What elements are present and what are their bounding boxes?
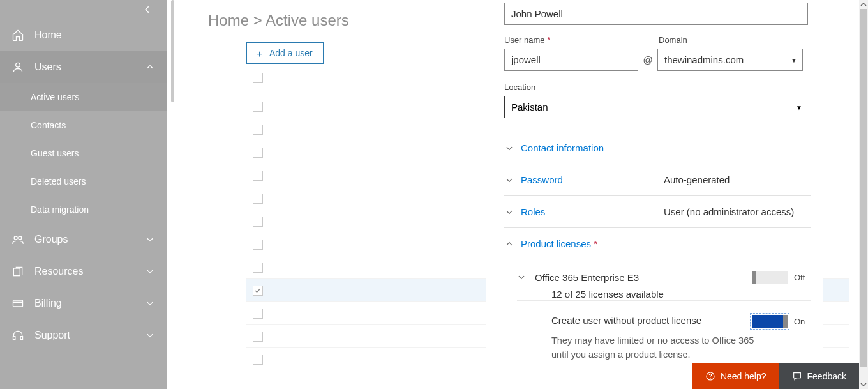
row-checkbox[interactable] xyxy=(253,148,263,158)
sidebar-collapse-button[interactable] xyxy=(0,0,167,19)
caret-down-icon: ▼ xyxy=(791,56,797,63)
section-product-licenses[interactable]: Product licenses * xyxy=(504,228,811,259)
domain-value: thewinadmins.com xyxy=(664,54,744,65)
row-checkbox[interactable] xyxy=(253,194,263,204)
nav-guest-users-label: Guest users xyxy=(31,148,79,158)
license-item[interactable]: Office 365 Enterprise E3 12 of 25 licens… xyxy=(517,271,811,301)
svg-rect-6 xyxy=(20,337,22,340)
scroll-down-arrow[interactable] xyxy=(859,380,868,389)
roles-link[interactable]: Roles xyxy=(521,206,545,217)
plus-icon: ＋ xyxy=(255,49,264,58)
app-root: Home Users Active users Contacts Guest u… xyxy=(0,0,868,389)
license-availability: 12 of 25 licenses available xyxy=(551,289,664,300)
license-toggle[interactable] xyxy=(752,271,788,284)
roles-value: User (no administrator access) xyxy=(664,206,811,217)
home-icon xyxy=(11,29,24,42)
main-scrollbar-thumb[interactable] xyxy=(171,0,174,102)
chevron-down-icon xyxy=(146,299,154,308)
svg-point-1 xyxy=(14,236,17,240)
nav-deleted-users-label: Deleted users xyxy=(31,176,86,187)
add-user-button[interactable]: ＋ Add a user xyxy=(246,42,324,64)
row-checkbox[interactable] xyxy=(253,309,263,319)
domain-select[interactable]: thewinadmins.com ▼ xyxy=(657,49,803,71)
chevron-down-icon xyxy=(504,207,514,217)
svg-rect-4 xyxy=(13,300,23,307)
location-label: Location xyxy=(504,82,811,92)
nav-data-migration[interactable]: Data migration xyxy=(0,195,167,224)
password-link[interactable]: Password xyxy=(521,174,563,185)
svg-point-8 xyxy=(710,378,710,379)
headset-icon xyxy=(11,329,24,342)
groups-icon xyxy=(11,233,24,246)
nav-active-users-label: Active users xyxy=(31,92,79,102)
nav-guest-users[interactable]: Guest users xyxy=(0,139,167,167)
nav-resources[interactable]: Resources xyxy=(0,256,167,287)
domain-label: Domain xyxy=(659,35,811,45)
nav-active-users[interactable]: Active users xyxy=(0,83,167,111)
product-licenses-link[interactable]: Product licenses * xyxy=(521,238,597,249)
username-input[interactable] xyxy=(504,49,638,71)
billing-icon xyxy=(11,297,24,310)
row-checkbox[interactable] xyxy=(253,263,263,273)
breadcrumb-sep: > xyxy=(249,11,266,29)
row-checkbox[interactable] xyxy=(253,125,263,135)
nav-support[interactable]: Support xyxy=(0,319,167,351)
breadcrumb-home[interactable]: Home xyxy=(208,11,249,29)
resources-icon xyxy=(11,265,24,278)
svg-rect-5 xyxy=(13,337,15,340)
nav-groups[interactable]: Groups xyxy=(0,224,167,256)
chevron-down-icon xyxy=(146,267,154,276)
need-help-button[interactable]: Need help? xyxy=(692,363,779,389)
nav-users-label: Users xyxy=(34,61,146,73)
nav-data-migration-label: Data migration xyxy=(31,204,89,215)
need-help-label: Need help? xyxy=(721,371,767,381)
row-checkbox[interactable] xyxy=(253,102,263,112)
display-name-input[interactable] xyxy=(504,3,808,25)
no-license-toggle[interactable] xyxy=(752,315,788,328)
row-checkbox[interactable] xyxy=(253,171,263,181)
nav-groups-label: Groups xyxy=(34,234,146,245)
no-license-description: They may have limited or no access to Of… xyxy=(517,334,760,362)
page-scrollbar[interactable] xyxy=(859,0,868,389)
chevron-left-icon xyxy=(143,5,152,14)
nav-contacts-label: Contacts xyxy=(31,120,66,130)
section-password[interactable]: Password Auto-generated xyxy=(504,164,811,196)
row-checkbox[interactable] xyxy=(253,217,263,227)
chevron-up-icon xyxy=(504,239,514,249)
nav-users[interactable]: Users xyxy=(0,51,167,83)
chevron-down-icon xyxy=(504,143,514,153)
license-name: Office 365 Enterprise E3 xyxy=(535,272,639,283)
row-checkbox[interactable] xyxy=(253,332,263,342)
section-contact-information[interactable]: Contact information xyxy=(504,132,811,164)
feedback-icon xyxy=(792,371,802,381)
breadcrumb-current: Active users xyxy=(266,11,349,29)
add-user-label: Add a user xyxy=(269,48,313,58)
nav-contacts[interactable]: Contacts xyxy=(0,111,167,139)
main-scrollbar[interactable] xyxy=(171,0,175,389)
location-select[interactable]: Pakistan ▼ xyxy=(504,96,809,118)
row-checkbox[interactable] xyxy=(253,355,263,365)
select-all-checkbox[interactable] xyxy=(253,73,263,83)
scroll-up-arrow[interactable] xyxy=(859,0,868,9)
row-checkbox[interactable] xyxy=(253,240,263,250)
nav-deleted-users[interactable]: Deleted users xyxy=(0,167,167,195)
no-license-label: Create user without product license xyxy=(551,315,701,326)
contact-information-link[interactable]: Contact information xyxy=(521,142,604,153)
chevron-down-icon xyxy=(146,235,154,244)
no-license-toggle-label: On xyxy=(794,317,811,326)
password-value: Auto-generated xyxy=(664,174,811,185)
chevron-down-icon xyxy=(517,273,526,282)
section-roles[interactable]: Roles User (no administrator access) xyxy=(504,196,811,228)
svg-point-2 xyxy=(19,236,22,240)
license-block: Office 365 Enterprise E3 12 of 25 licens… xyxy=(504,259,811,362)
location-value: Pakistan xyxy=(511,102,548,112)
username-label: User name * xyxy=(504,35,638,45)
nav-billing[interactable]: Billing xyxy=(0,287,167,319)
user-icon xyxy=(11,61,24,73)
license-toggle-label: Off xyxy=(794,273,811,282)
main-area: Home > Active users ＋ Add a user xyxy=(167,0,868,389)
row-checkbox[interactable] xyxy=(253,286,263,296)
nav-home[interactable]: Home xyxy=(0,19,167,51)
page-scrollbar-thumb[interactable] xyxy=(860,9,867,367)
feedback-button[interactable]: Feedback xyxy=(779,363,859,389)
